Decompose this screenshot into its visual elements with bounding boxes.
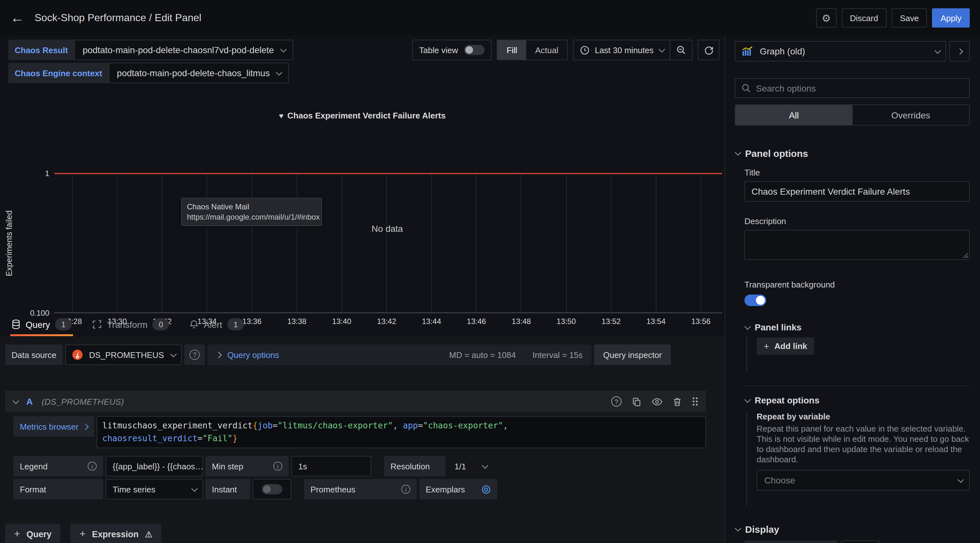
info-icon: i	[401, 485, 410, 494]
panel-description-textarea[interactable]	[745, 230, 970, 260]
x-axis-tick: 13:48	[512, 317, 531, 326]
tab-query[interactable]: Query 1	[10, 312, 73, 336]
tab-label: Alert	[204, 319, 223, 330]
duplicate-query-button[interactable]	[632, 397, 641, 406]
panel-title-input[interactable]	[745, 181, 970, 202]
back-arrow-icon[interactable]: ←	[10, 11, 24, 25]
resolution-select[interactable]: 1/1	[448, 456, 493, 476]
query-options-label: Query options	[227, 350, 279, 360]
datasource-help-button[interactable]: ?	[185, 344, 205, 365]
legend-input[interactable]: {{app_label}} - {{chaos…	[106, 456, 203, 476]
display-header[interactable]: Display	[735, 524, 970, 535]
options-search-input[interactable]	[756, 83, 963, 93]
exemplars-control[interactable]: Exemplars	[419, 479, 497, 500]
gridline	[207, 174, 207, 312]
promql-expression[interactable]: litmuschaos_experiment_verdict{job="litm…	[97, 416, 706, 448]
gridline	[117, 174, 118, 312]
tab-all[interactable]: All	[735, 105, 852, 125]
add-link-button[interactable]: + Add link	[757, 338, 814, 355]
query-options-stats: MD = auto = 1084 Interval = 15s	[449, 350, 583, 360]
dashboard-variables: Chaos Result podtato-main-pod-delete-cha…	[8, 40, 293, 83]
chart-plot-area[interactable]: 1 0.100 No data 13:2813:3013:3213:3413:3…	[54, 174, 722, 313]
collapse-options-button[interactable]	[949, 41, 970, 62]
gridline	[476, 174, 477, 312]
search-icon	[741, 83, 751, 93]
query-editor: Data source DS_PROMETHEUS ?	[0, 336, 725, 543]
refresh-icon	[704, 45, 713, 55]
repeat-description: Repeat this panel for each value in the …	[757, 424, 970, 465]
metrics-browser-button[interactable]: Metrics browser	[13, 416, 94, 437]
promql-token: job	[258, 421, 273, 430]
controls-row: Chaos Result podtato-main-pod-delete-cha…	[0, 36, 725, 83]
gridline	[521, 174, 522, 312]
tab-transform[interactable]: Transform 0	[91, 312, 170, 336]
chevron-down-icon	[735, 525, 741, 532]
panel-links-header[interactable]: Panel links	[745, 322, 970, 332]
table-view-toggle[interactable]	[465, 45, 485, 55]
datasource-row: Data source DS_PROMETHEUS ?	[5, 344, 671, 365]
instant-label: Instant	[205, 479, 250, 500]
toggle-visibility-button[interactable]	[652, 397, 662, 406]
panel-options-header[interactable]: Panel options	[735, 148, 970, 159]
gridline	[431, 174, 432, 312]
metrics-browser-label: Metrics browser	[20, 422, 79, 431]
variable-label: Chaos Engine context	[8, 63, 108, 83]
panel-link-tooltip[interactable]: Chaos Native Mail https://mail.google.co…	[181, 198, 322, 226]
delete-query-button[interactable]	[673, 397, 682, 406]
x-axis-tick: 13:54	[646, 317, 666, 326]
apply-button[interactable]: Apply	[932, 8, 970, 27]
panel-link-title: Chaos Native Mail	[187, 202, 316, 212]
fill-option[interactable]: Fill	[498, 40, 526, 59]
chevron-down-icon	[13, 397, 19, 404]
top-bar-actions: ⚙ Discard Save Apply	[816, 8, 970, 27]
tab-count-badge: 0	[153, 318, 169, 330]
transparent-background-toggle[interactable]	[745, 295, 766, 306]
zoom-out-button[interactable]	[670, 40, 692, 59]
promql-token: chaosresult_verdict	[102, 433, 197, 443]
promql-token: ,	[393, 421, 402, 430]
drag-handle[interactable]	[692, 397, 698, 407]
x-axis-tick: 13:44	[422, 317, 441, 326]
tab-alert[interactable]: Alert 1	[189, 312, 245, 336]
visualization-picker[interactable]: Graph (old)	[735, 41, 946, 62]
promql-token: "Fail"	[203, 433, 233, 443]
query-row-actions: ?	[611, 397, 698, 407]
query-row-header[interactable]: A (DS_PROMETHEUS) ?	[5, 390, 706, 412]
panel-options-body: Title Description Transparent background…	[735, 159, 970, 506]
settings-button[interactable]: ⚙	[816, 8, 837, 27]
promql-token: }	[233, 433, 238, 443]
y-axis-label: Experiments failed	[1, 174, 17, 313]
resolution-label: Resolution	[384, 456, 445, 476]
x-axis-tick: 13:46	[467, 317, 486, 326]
format-select[interactable]: Time series	[106, 479, 203, 500]
info-icon: i	[273, 462, 282, 471]
query-options-bar[interactable]: Query options MD = auto = 1084 Interval …	[207, 344, 592, 365]
time-range-button[interactable]: Last 30 minutes	[574, 40, 670, 59]
min-step-input[interactable]: 1s	[291, 456, 371, 476]
datasource-name: DS_PROMETHEUS	[89, 350, 164, 360]
save-button[interactable]: Save	[892, 8, 927, 27]
help-circle-button[interactable]: ?	[611, 397, 622, 407]
bars-option-row: Bars	[745, 540, 970, 543]
bell-icon	[190, 320, 199, 329]
variable-value-dropdown[interactable]: podtato-main-pod-delete-chaosnl7vd-pod-d…	[74, 40, 293, 60]
chevron-down-icon	[280, 46, 287, 52]
discard-button[interactable]: Discard	[842, 8, 886, 27]
add-expression-button[interactable]: + Expression ⚠	[71, 524, 162, 543]
tab-overrides[interactable]: Overrides	[852, 105, 969, 125]
datasource-picker[interactable]: DS_PROMETHEUS	[65, 344, 182, 365]
actual-option[interactable]: Actual	[526, 40, 567, 59]
add-query-button[interactable]: + Query	[5, 524, 60, 543]
heart-icon: ♥	[279, 111, 283, 120]
query-row-card: A (DS_PROMETHEUS) ?	[5, 390, 706, 500]
trash-icon	[673, 397, 682, 406]
refresh-button[interactable]	[698, 40, 719, 60]
query-datasource-hint: (DS_PROMETHEUS)	[41, 397, 124, 406]
resize-grip-icon[interactable]	[962, 252, 968, 258]
instant-toggle[interactable]	[262, 484, 282, 494]
prometheus-label: Prometheus i	[304, 479, 417, 500]
repeat-variable-select[interactable]: Choose	[757, 470, 970, 490]
repeat-options-header[interactable]: Repeat options	[745, 395, 970, 405]
query-inspector-button[interactable]: Query inspector	[594, 344, 671, 365]
variable-value-dropdown[interactable]: podtato-main-pod-delete-chaos_litmus	[108, 63, 289, 83]
